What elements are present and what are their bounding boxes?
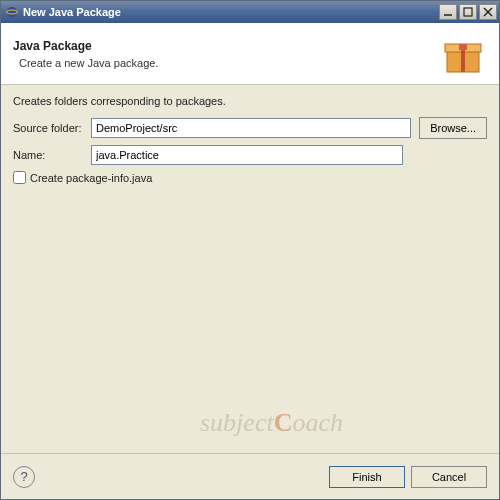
minimize-button[interactable] — [439, 4, 457, 20]
banner-text: Java Package Create a new Java package. — [13, 39, 439, 69]
source-folder-input[interactable] — [91, 118, 411, 138]
maximize-button[interactable] — [459, 4, 477, 20]
source-folder-row: Source folder: Browse... — [13, 117, 487, 139]
browse-button[interactable]: Browse... — [419, 117, 487, 139]
cancel-button[interactable]: Cancel — [411, 466, 487, 488]
close-button[interactable] — [479, 4, 497, 20]
package-info-label: Create package-info.java — [30, 172, 152, 184]
name-label: Name: — [13, 149, 91, 161]
finish-button[interactable]: Finish — [329, 466, 405, 488]
content-area: Creates folders corresponding to package… — [1, 85, 499, 453]
source-folder-label: Source folder: — [13, 122, 91, 134]
package-info-row: Create package-info.java — [13, 171, 487, 184]
dialog-window: New Java Package Java Package Create a n… — [0, 0, 500, 500]
description-text: Creates folders corresponding to package… — [13, 95, 487, 107]
window-controls — [439, 4, 497, 20]
package-info-checkbox[interactable] — [13, 171, 26, 184]
svg-rect-9 — [459, 44, 467, 50]
banner-title: Java Package — [13, 39, 439, 53]
help-button[interactable]: ? — [13, 466, 35, 488]
help-icon: ? — [20, 469, 27, 484]
footer: ? Finish Cancel — [1, 453, 499, 499]
eclipse-icon — [5, 5, 19, 19]
title-bar: New Java Package — [1, 1, 499, 23]
name-row: Name: — [13, 145, 487, 165]
banner: Java Package Create a new Java package. — [1, 23, 499, 85]
package-icon — [439, 30, 487, 78]
window-title: New Java Package — [23, 6, 439, 18]
banner-subtitle: Create a new Java package. — [19, 57, 439, 69]
name-input[interactable] — [91, 145, 403, 165]
svg-point-0 — [7, 7, 17, 17]
svg-rect-3 — [464, 8, 472, 16]
